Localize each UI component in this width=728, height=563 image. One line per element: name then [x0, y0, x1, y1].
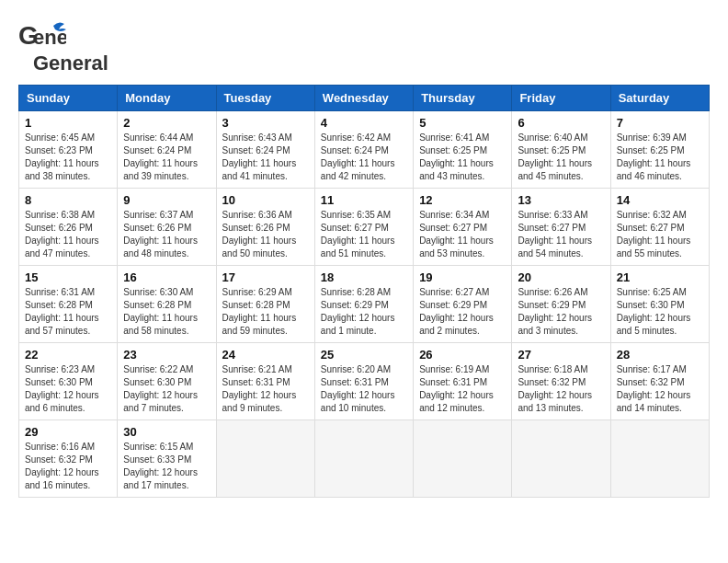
- calendar-day: [216, 420, 314, 498]
- calendar-day: 3 Sunrise: 6:43 AMSunset: 6:24 PMDayligh…: [216, 111, 314, 189]
- calendar-day: 23 Sunrise: 6:22 AMSunset: 6:30 PMDaylig…: [118, 343, 216, 420]
- weekday-header-wednesday: Wednesday: [314, 86, 413, 111]
- day-info: Sunrise: 6:19 AMSunset: 6:31 PMDaylight:…: [419, 364, 494, 413]
- day-info: Sunrise: 6:25 AMSunset: 6:30 PMDaylight:…: [617, 287, 691, 336]
- calendar-day: 22 Sunrise: 6:23 AMSunset: 6:30 PMDaylig…: [19, 343, 118, 420]
- day-info: Sunrise: 6:15 AMSunset: 6:33 PMDaylight:…: [123, 442, 198, 490]
- calendar-day: 2 Sunrise: 6:44 AMSunset: 6:24 PMDayligh…: [118, 111, 216, 189]
- day-number: 24: [222, 348, 309, 362]
- day-info: Sunrise: 6:17 AMSunset: 6:32 PMDaylight:…: [617, 364, 691, 413]
- day-info: Sunrise: 6:43 AMSunset: 6:24 PMDaylight:…: [222, 132, 297, 181]
- day-info: Sunrise: 6:18 AMSunset: 6:32 PMDaylight:…: [518, 364, 592, 413]
- calendar-day: 8 Sunrise: 6:38 AMSunset: 6:26 PMDayligh…: [19, 189, 118, 266]
- calendar-day: 1 Sunrise: 6:45 AMSunset: 6:23 PMDayligh…: [19, 111, 118, 189]
- weekday-header-friday: Friday: [512, 86, 610, 111]
- day-number: 28: [617, 348, 703, 362]
- day-number: 5: [419, 116, 506, 130]
- calendar-week-4: 22 Sunrise: 6:23 AMSunset: 6:30 PMDaylig…: [19, 343, 710, 420]
- calendar-week-2: 8 Sunrise: 6:38 AMSunset: 6:26 PMDayligh…: [19, 189, 710, 266]
- day-info: Sunrise: 6:41 AMSunset: 6:25 PMDaylight:…: [419, 132, 494, 181]
- day-number: 11: [321, 193, 407, 207]
- day-number: 30: [123, 425, 210, 439]
- calendar-day: 24 Sunrise: 6:21 AMSunset: 6:31 PMDaylig…: [216, 343, 314, 420]
- day-info: Sunrise: 6:31 AMSunset: 6:28 PMDaylight:…: [25, 287, 99, 336]
- day-info: Sunrise: 6:29 AMSunset: 6:28 PMDaylight:…: [222, 287, 297, 336]
- weekday-header-monday: Monday: [118, 86, 216, 111]
- calendar-day: [512, 420, 610, 498]
- day-info: Sunrise: 6:21 AMSunset: 6:31 PMDaylight:…: [222, 364, 297, 413]
- calendar-day: 21 Sunrise: 6:25 AMSunset: 6:30 PMDaylig…: [610, 266, 709, 343]
- day-number: 21: [617, 270, 703, 284]
- day-number: 12: [419, 193, 506, 207]
- day-info: Sunrise: 6:16 AMSunset: 6:32 PMDaylight:…: [25, 442, 99, 490]
- weekday-header-saturday: Saturday: [610, 86, 709, 111]
- calendar-day: 30 Sunrise: 6:15 AMSunset: 6:33 PMDaylig…: [118, 420, 216, 498]
- page-header: G eneral General: [18, 18, 710, 75]
- day-number: 3: [222, 116, 309, 130]
- day-info: Sunrise: 6:44 AMSunset: 6:24 PMDaylight:…: [123, 132, 198, 181]
- calendar-day: 15 Sunrise: 6:31 AMSunset: 6:28 PMDaylig…: [19, 266, 118, 343]
- day-info: Sunrise: 6:28 AMSunset: 6:29 PMDaylight:…: [321, 287, 395, 336]
- day-number: 22: [25, 348, 111, 362]
- day-info: Sunrise: 6:42 AMSunset: 6:24 PMDaylight:…: [321, 132, 395, 181]
- weekday-header-row: SundayMondayTuesdayWednesdayThursdayFrid…: [19, 86, 710, 111]
- calendar-day: 16 Sunrise: 6:30 AMSunset: 6:28 PMDaylig…: [118, 266, 216, 343]
- calendar-day: 11 Sunrise: 6:35 AMSunset: 6:27 PMDaylig…: [314, 189, 413, 266]
- day-info: Sunrise: 6:32 AMSunset: 6:27 PMDaylight:…: [617, 210, 691, 259]
- day-number: 23: [123, 348, 210, 362]
- day-number: 7: [617, 116, 703, 130]
- calendar-week-1: 1 Sunrise: 6:45 AMSunset: 6:23 PMDayligh…: [19, 111, 710, 189]
- day-number: 20: [518, 270, 604, 284]
- calendar-day: 29 Sunrise: 6:16 AMSunset: 6:32 PMDaylig…: [19, 420, 118, 498]
- day-info: Sunrise: 6:39 AMSunset: 6:25 PMDaylight:…: [617, 132, 691, 181]
- day-number: 10: [222, 193, 309, 207]
- day-number: 19: [419, 270, 506, 284]
- day-number: 4: [321, 116, 407, 130]
- calendar-day: 13 Sunrise: 6:33 AMSunset: 6:27 PMDaylig…: [512, 189, 610, 266]
- calendar-day: [414, 420, 512, 498]
- day-number: 8: [25, 193, 111, 207]
- day-number: 29: [25, 425, 111, 439]
- day-info: Sunrise: 6:45 AMSunset: 6:23 PMDaylight:…: [25, 132, 99, 181]
- calendar-day: 14 Sunrise: 6:32 AMSunset: 6:27 PMDaylig…: [610, 189, 709, 266]
- day-number: 26: [419, 348, 506, 362]
- day-number: 14: [617, 193, 703, 207]
- day-info: Sunrise: 6:36 AMSunset: 6:26 PMDaylight:…: [222, 210, 297, 259]
- calendar-day: 12 Sunrise: 6:34 AMSunset: 6:27 PMDaylig…: [414, 189, 512, 266]
- day-number: 25: [321, 348, 407, 362]
- calendar-day: 27 Sunrise: 6:18 AMSunset: 6:32 PMDaylig…: [512, 343, 610, 420]
- calendar-day: 5 Sunrise: 6:41 AMSunset: 6:25 PMDayligh…: [414, 111, 512, 189]
- calendar-day: 20 Sunrise: 6:26 AMSunset: 6:29 PMDaylig…: [512, 266, 610, 343]
- weekday-header-sunday: Sunday: [19, 86, 118, 111]
- day-number: 1: [25, 116, 111, 130]
- day-number: 6: [518, 116, 604, 130]
- day-number: 27: [518, 348, 604, 362]
- calendar-day: 4 Sunrise: 6:42 AMSunset: 6:24 PMDayligh…: [314, 111, 413, 189]
- calendar-week-3: 15 Sunrise: 6:31 AMSunset: 6:28 PMDaylig…: [19, 266, 710, 343]
- calendar-day: 25 Sunrise: 6:20 AMSunset: 6:31 PMDaylig…: [314, 343, 413, 420]
- logo: G eneral General: [18, 18, 108, 75]
- day-info: Sunrise: 6:22 AMSunset: 6:30 PMDaylight:…: [123, 364, 198, 413]
- calendar-day: [610, 420, 709, 498]
- calendar-day: 17 Sunrise: 6:29 AMSunset: 6:28 PMDaylig…: [216, 266, 314, 343]
- day-info: Sunrise: 6:34 AMSunset: 6:27 PMDaylight:…: [419, 210, 494, 259]
- day-number: 17: [222, 270, 309, 284]
- weekday-header-thursday: Thursday: [414, 86, 512, 111]
- day-number: 13: [518, 193, 604, 207]
- calendar-table: SundayMondayTuesdayWednesdayThursdayFrid…: [18, 85, 710, 498]
- calendar-day: 28 Sunrise: 6:17 AMSunset: 6:32 PMDaylig…: [610, 343, 709, 420]
- calendar-day: 6 Sunrise: 6:40 AMSunset: 6:25 PMDayligh…: [512, 111, 610, 189]
- day-number: 15: [25, 270, 111, 284]
- calendar-day: 26 Sunrise: 6:19 AMSunset: 6:31 PMDaylig…: [414, 343, 512, 420]
- day-info: Sunrise: 6:26 AMSunset: 6:29 PMDaylight:…: [518, 287, 592, 336]
- day-info: Sunrise: 6:27 AMSunset: 6:29 PMDaylight:…: [419, 287, 494, 336]
- weekday-header-tuesday: Tuesday: [216, 86, 314, 111]
- calendar-week-5: 29 Sunrise: 6:16 AMSunset: 6:32 PMDaylig…: [19, 420, 710, 498]
- calendar-day: 7 Sunrise: 6:39 AMSunset: 6:25 PMDayligh…: [610, 111, 709, 189]
- day-info: Sunrise: 6:23 AMSunset: 6:30 PMDaylight:…: [25, 364, 99, 413]
- day-info: Sunrise: 6:30 AMSunset: 6:28 PMDaylight:…: [123, 287, 198, 336]
- day-number: 9: [123, 193, 210, 207]
- day-number: 18: [321, 270, 407, 284]
- day-info: Sunrise: 6:20 AMSunset: 6:31 PMDaylight:…: [321, 364, 395, 413]
- logo-general-text: General: [33, 52, 108, 75]
